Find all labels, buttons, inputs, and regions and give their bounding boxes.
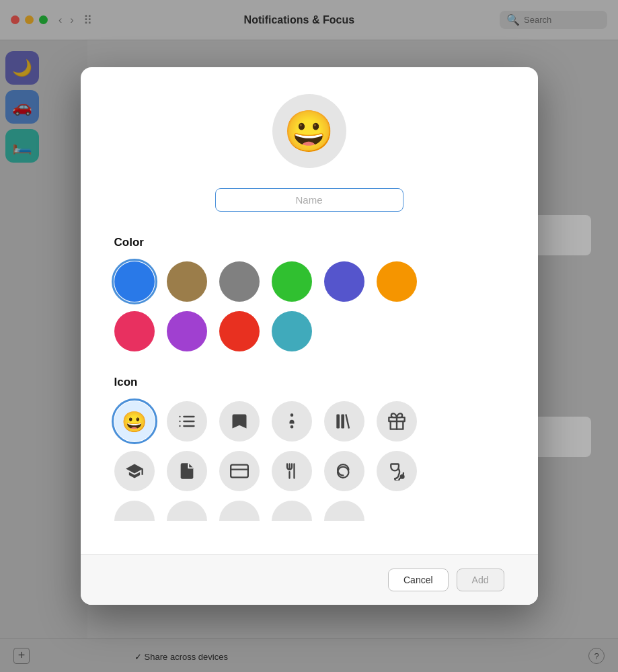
svg-point-17 <box>400 475 403 478</box>
icon-row-1: 😀 <box>114 401 504 442</box>
icon-fork[interactable] <box>272 401 312 442</box>
icon-list[interactable] <box>167 401 207 442</box>
icon-books[interactable] <box>324 401 364 442</box>
icon-partial-4[interactable] <box>272 501 312 521</box>
icon-grid: 😀 <box>114 401 504 521</box>
icon-row-partial <box>114 501 504 521</box>
modal-footer: Cancel Add <box>81 554 538 605</box>
icon-partial-1[interactable] <box>114 501 155 521</box>
color-row-2 <box>114 311 504 351</box>
icon-document[interactable] <box>167 451 207 491</box>
icon-section-label: Icon <box>114 376 504 389</box>
color-green[interactable] <box>272 261 312 302</box>
icon-graduation[interactable] <box>114 451 155 491</box>
color-blue[interactable] <box>114 261 155 302</box>
icon-utensils[interactable] <box>272 451 312 491</box>
icon-row-2 <box>114 451 504 491</box>
icon-partial-3[interactable] <box>219 501 260 521</box>
icon-partial-5[interactable] <box>324 501 364 521</box>
cancel-button[interactable]: Cancel <box>388 569 449 591</box>
add-button[interactable]: Add <box>457 569 504 591</box>
color-orange[interactable] <box>377 261 417 302</box>
modal-body: 😀 Color <box>81 67 538 554</box>
color-gray[interactable] <box>219 261 260 302</box>
icon-pills[interactable] <box>324 451 364 491</box>
color-section-label: Color <box>114 236 504 249</box>
icon-bookmark[interactable] <box>219 401 260 442</box>
svg-rect-12 <box>231 465 248 478</box>
svg-rect-8 <box>336 415 340 429</box>
svg-point-7 <box>290 425 293 429</box>
color-grid <box>114 261 504 351</box>
name-input[interactable] <box>215 188 403 212</box>
color-pink[interactable] <box>114 311 155 351</box>
color-brown[interactable] <box>167 261 207 302</box>
color-teal[interactable] <box>272 311 312 351</box>
icon-stethoscope[interactable] <box>377 451 417 491</box>
color-row-1 <box>114 261 504 302</box>
icon-emoji[interactable]: 😀 <box>114 401 155 442</box>
avatar[interactable]: 😀 <box>272 94 346 168</box>
color-red[interactable] <box>219 311 260 351</box>
modal-overlay: 😀 Color <box>0 0 618 672</box>
name-input-wrapper <box>114 188 504 212</box>
icon-creditcard[interactable] <box>219 451 260 491</box>
color-indigo[interactable] <box>324 261 364 302</box>
color-purple[interactable] <box>167 311 207 351</box>
svg-rect-9 <box>341 415 344 429</box>
icon-partial-2[interactable] <box>167 501 207 521</box>
modal: 😀 Color <box>81 67 538 605</box>
icon-gift[interactable] <box>377 401 417 442</box>
svg-point-6 <box>290 413 293 417</box>
